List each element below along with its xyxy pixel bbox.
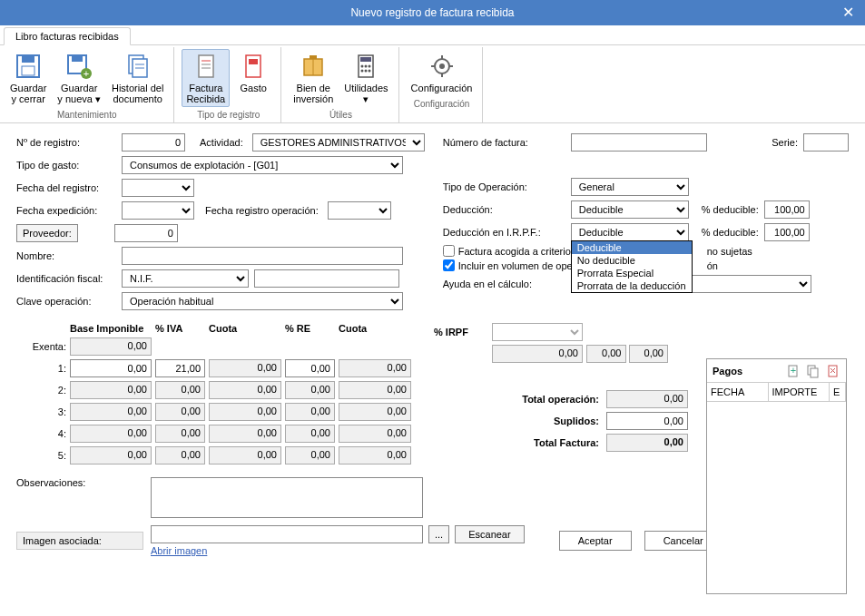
criterio-caja-checkbox[interactable] bbox=[443, 245, 455, 257]
r1-cuota2: 0,00 bbox=[339, 359, 411, 377]
r2-pct-re: 0,00 bbox=[285, 381, 335, 399]
ribbon-group-tipo-registro: Factura Recibida Gasto Tipo de registro bbox=[176, 47, 281, 122]
pagos-col-fecha: FECHA bbox=[707, 383, 769, 401]
bien-inversion-button[interactable]: Bien de inversión bbox=[289, 49, 338, 107]
col-pct-re: % RE bbox=[285, 323, 335, 334]
r1-pct-iva[interactable] bbox=[155, 359, 205, 377]
proveedor-input[interactable] bbox=[114, 224, 178, 242]
button-label: Gasto bbox=[241, 83, 267, 93]
n-registro-input[interactable] bbox=[122, 133, 185, 152]
irpf-select bbox=[492, 323, 583, 341]
criterio-caja-extra: no sujetas bbox=[707, 246, 752, 257]
button-label: Configuración bbox=[411, 83, 473, 93]
r3-cuota: 0,00 bbox=[209, 403, 281, 421]
delete-page-icon[interactable] bbox=[826, 364, 840, 378]
r1-cuota: 0,00 bbox=[209, 359, 281, 377]
row-3-label: 3: bbox=[16, 406, 66, 417]
title-bar: Nuevo registro de factura recibida ✕ bbox=[0, 0, 865, 25]
clave-op-select[interactable]: Operación habitual bbox=[122, 292, 403, 310]
id-fiscal-select[interactable]: N.I.F. bbox=[122, 269, 249, 288]
r5-pct-re: 0,00 bbox=[285, 446, 335, 464]
actividad-select[interactable]: GESTORES ADMINISTRATIVOS bbox=[252, 133, 425, 152]
num-factura-label: Número de factura: bbox=[443, 137, 565, 148]
abrir-imagen-link[interactable]: Abrir imagen bbox=[151, 545, 525, 556]
r4-cuota: 0,00 bbox=[209, 425, 281, 443]
num-factura-input[interactable] bbox=[571, 133, 707, 152]
r3-pct-re: 0,00 bbox=[285, 403, 335, 421]
svg-rect-11 bbox=[199, 55, 213, 77]
col-base: Base Imponible bbox=[70, 323, 152, 334]
pct-deducible-label-2: % deducible: bbox=[702, 227, 759, 238]
r1-base[interactable] bbox=[70, 359, 152, 377]
r3-base: 0,00 bbox=[70, 403, 152, 421]
r2-cuota2: 0,00 bbox=[339, 381, 411, 399]
dropdown-option-prorrata-deduccion[interactable]: Prorrata de la deducción bbox=[572, 279, 692, 292]
guardar-cerrar-button[interactable]: Guardar y cerrar bbox=[5, 49, 51, 107]
svg-text:+: + bbox=[84, 68, 89, 79]
irpf-cuota3: 0,00 bbox=[629, 345, 669, 363]
group-name: Tipo de registro bbox=[197, 109, 260, 121]
r2-pct-iva: 0,00 bbox=[155, 381, 205, 399]
actividad-label: Actividad: bbox=[200, 137, 243, 148]
id-fiscal-num-input[interactable] bbox=[254, 269, 399, 288]
add-page-icon[interactable]: + bbox=[786, 364, 801, 378]
total-operacion-label: Total operación: bbox=[494, 394, 603, 405]
gasto-button[interactable]: Gasto bbox=[231, 49, 275, 107]
nombre-input[interactable] bbox=[122, 247, 403, 265]
fecha-expedicion-input[interactable] bbox=[122, 201, 194, 220]
imagen-label: Imagen asociada: bbox=[16, 532, 143, 550]
fecha-registro-op-input[interactable] bbox=[328, 201, 391, 220]
dropdown-option-deducible[interactable]: Deducible bbox=[572, 241, 692, 254]
pagos-title: Pagos bbox=[713, 366, 742, 376]
tipo-gasto-select[interactable]: Consumos de explotación - [G01] bbox=[122, 156, 403, 174]
group-name: Mantenimiento bbox=[57, 109, 117, 121]
historial-button[interactable]: Historial del documento bbox=[107, 49, 168, 107]
browse-button[interactable]: ... bbox=[428, 525, 449, 543]
suplidos-input[interactable] bbox=[606, 412, 688, 430]
r2-base: 0,00 bbox=[70, 381, 152, 399]
aceptar-button[interactable]: Aceptar bbox=[559, 531, 632, 551]
r1-pct-re[interactable] bbox=[285, 359, 335, 377]
svg-rect-19 bbox=[310, 55, 317, 59]
row-1-label: 1: bbox=[16, 363, 66, 374]
escanear-button[interactable]: Escanear bbox=[455, 525, 524, 543]
n-registro-label: Nº de registro: bbox=[16, 137, 116, 148]
tipo-operacion-select[interactable]: General bbox=[571, 178, 689, 196]
r4-base: 0,00 bbox=[70, 425, 152, 443]
r3-pct-iva: 0,00 bbox=[155, 403, 205, 421]
svg-rect-15 bbox=[246, 55, 260, 77]
r5-base: 0,00 bbox=[70, 446, 152, 464]
exenta-base: 0,00 bbox=[70, 337, 152, 356]
dropdown-option-no-deducible[interactable]: No deducible bbox=[572, 254, 692, 267]
volumen-extra: ón bbox=[707, 260, 718, 271]
utilidades-button[interactable]: Utilidades ▾ bbox=[339, 49, 392, 107]
configuracion-button[interactable]: Configuración bbox=[407, 49, 477, 96]
pct-deducible-1-input[interactable] bbox=[764, 200, 810, 219]
deduccion-select[interactable]: Deducible bbox=[571, 200, 689, 219]
id-fiscal-label: Identificación fiscal: bbox=[16, 273, 116, 284]
group-name: Útiles bbox=[329, 109, 352, 121]
pct-deducible-2-input[interactable] bbox=[764, 223, 810, 241]
button-label: Bien de inversión bbox=[293, 83, 333, 104]
button-label: Factura Recibida bbox=[186, 83, 225, 104]
imagen-input[interactable] bbox=[151, 525, 423, 543]
save-new-icon: + bbox=[64, 52, 93, 81]
svg-point-26 bbox=[365, 70, 368, 73]
dropdown-option-prorrata-especial[interactable]: Prorrata Especial bbox=[572, 267, 692, 279]
factura-recibida-button[interactable]: Factura Recibida bbox=[182, 49, 230, 107]
close-icon[interactable]: ✕ bbox=[842, 4, 854, 21]
ribbon: Guardar y cerrar + Guardar y nueva ▾ His… bbox=[0, 45, 865, 123]
deduccion-irpf-select[interactable]: Deducible bbox=[571, 223, 689, 241]
tab-libro-facturas[interactable]: Libro facturas recibidas bbox=[4, 27, 131, 45]
guardar-nueva-button[interactable]: + Guardar y nueva ▾ bbox=[53, 49, 105, 107]
deduccion-irpf-dropdown[interactable]: Deducible No deducible Prorrata Especial… bbox=[571, 240, 693, 293]
row-2-label: 2: bbox=[16, 385, 66, 396]
volumen-checkbox[interactable] bbox=[443, 259, 455, 271]
copy-page-icon[interactable] bbox=[806, 364, 821, 378]
observaciones-input[interactable] bbox=[151, 477, 423, 518]
fecha-registro-label: Fecha del registro: bbox=[16, 182, 116, 193]
proveedor-button[interactable]: Proveedor: bbox=[16, 224, 78, 242]
fecha-registro-input[interactable] bbox=[122, 179, 194, 197]
serie-input[interactable] bbox=[803, 133, 849, 152]
button-label: Historial del documento bbox=[112, 83, 163, 104]
